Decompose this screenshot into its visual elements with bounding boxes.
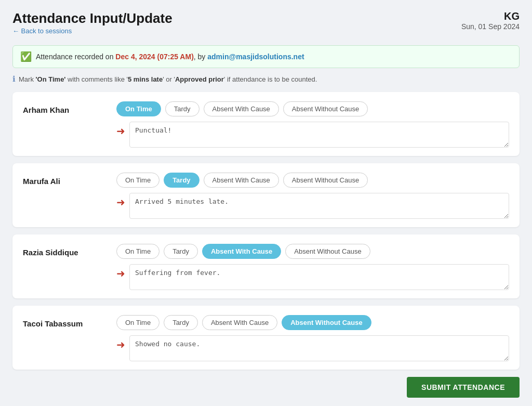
attendance-btn-on-time[interactable]: On Time (116, 101, 161, 116)
comment-textarea[interactable] (129, 335, 509, 361)
arrow-icon: ➜ (116, 197, 125, 207)
back-link[interactable]: ← Back to sessions (12, 27, 72, 35)
attendance-btn-group: On TimeTardyAbsent With CauseAbsent With… (116, 101, 509, 116)
date-label: Sun, 01 Sep 2024 (461, 22, 520, 31)
info-text: Mark 'On Time' with comments like '5 min… (19, 75, 317, 83)
attendance-btn-absent-with-cause[interactable]: Absent With Cause (202, 315, 277, 330)
comment-textarea[interactable] (129, 264, 509, 290)
header-right: KG Sun, 01 Sep 2024 (461, 10, 520, 31)
page-header: Attendance Input/Update ← Back to sessio… (12, 10, 520, 42)
student-card: Razia SiddiqueOn TimeTardyAbsent With Ca… (12, 234, 520, 298)
student-name: Marufa Ali (23, 173, 106, 186)
student-card: Tacoi TabassumOn TimeTardyAbsent With Ca… (12, 306, 520, 370)
attendance-btn-absent-with-cause[interactable]: Absent With Cause (202, 244, 281, 259)
check-icon: ✅ (20, 51, 32, 62)
attendance-btn-absent-without-cause[interactable]: Absent Without Cause (282, 315, 371, 330)
attendance-btn-absent-without-cause[interactable]: Absent Without Cause (283, 101, 368, 116)
student-name: Razia Siddique (23, 244, 106, 257)
submit-row: SUBMIT ATTENDANCE (12, 377, 520, 398)
attendance-btn-absent-with-cause[interactable]: Absent With Cause (204, 173, 279, 188)
attendance-btn-group: On TimeTardyAbsent With CauseAbsent With… (116, 315, 509, 330)
arrow-icon: ➜ (116, 339, 125, 350)
attendance-btn-absent-without-cause[interactable]: Absent Without Cause (283, 173, 368, 188)
attendance-btn-tardy[interactable]: Tardy (164, 244, 198, 259)
attendance-btn-group: On TimeTardyAbsent With CauseAbsent With… (116, 173, 509, 188)
comment-row: ➜ (116, 335, 509, 361)
attendance-btn-group: On TimeTardyAbsent With CauseAbsent With… (116, 244, 509, 259)
student-name: Arham Khan (23, 101, 106, 114)
recorded-email: admin@masjidsolutions.net (207, 53, 304, 61)
attendance-btn-on-time[interactable]: On Time (116, 244, 159, 259)
arrow-icon: ➜ (116, 126, 125, 136)
attendance-btn-on-time[interactable]: On Time (116, 173, 159, 188)
attendance-btn-absent-without-cause[interactable]: Absent Without Cause (285, 244, 370, 259)
student-name: Tacoi Tabassum (23, 315, 106, 328)
info-icon: ℹ (12, 74, 16, 84)
comment-row: ➜ (116, 193, 509, 219)
attendance-btn-tardy[interactable]: Tardy (164, 315, 198, 330)
recorded-date: Dec 4, 2024 (07:25 AM) (115, 53, 193, 61)
comment-row: ➜ (116, 122, 509, 148)
arrow-icon: ➜ (116, 268, 125, 279)
student-cards-container: Arham KhanOn TimeTardyAbsent With CauseA… (12, 92, 520, 370)
alert-success: ✅ Attendance recorded on Dec 4, 2024 (07… (12, 45, 520, 68)
info-row: ℹ Mark 'On Time' with comments like '5 m… (12, 74, 520, 84)
attendance-btn-absent-with-cause[interactable]: Absent With Cause (204, 101, 279, 116)
page-title: Attendance Input/Update (12, 10, 172, 27)
comment-textarea[interactable] (129, 122, 509, 148)
student-card: Marufa AliOn TimeTardyAbsent With CauseA… (12, 163, 520, 227)
student-card: Arham KhanOn TimeTardyAbsent With CauseA… (12, 92, 520, 156)
attendance-btn-tardy[interactable]: Tardy (165, 101, 200, 116)
submit-attendance-button[interactable]: SUBMIT ATTENDANCE (407, 377, 520, 398)
comment-row: ➜ (116, 264, 509, 290)
attendance-btn-tardy[interactable]: Tardy (164, 173, 199, 188)
recorded-text: Attendance recorded on Dec 4, 2024 (07:2… (36, 53, 304, 61)
comment-textarea[interactable] (129, 193, 509, 219)
attendance-btn-on-time[interactable]: On Time (116, 315, 159, 330)
class-label: KG (461, 10, 520, 22)
